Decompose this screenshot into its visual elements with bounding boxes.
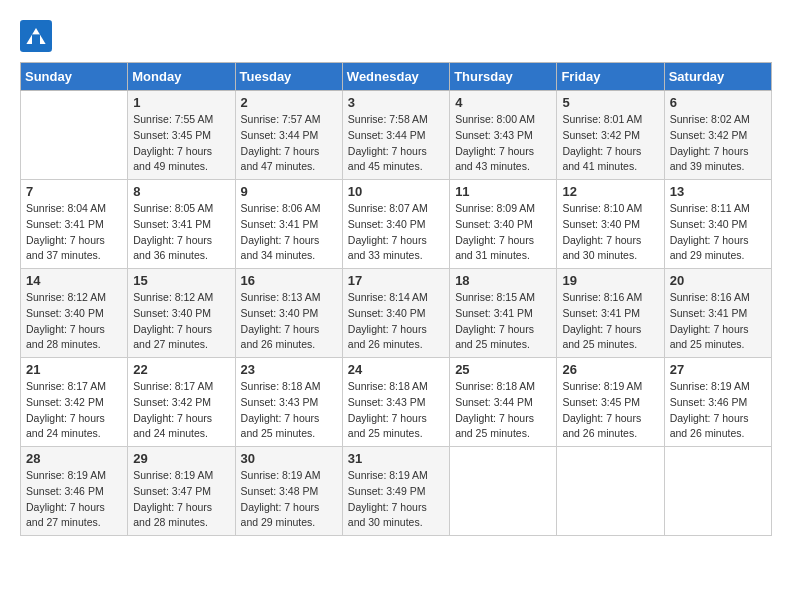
day-number: 12 [562,184,658,199]
calendar-cell: 8Sunrise: 8:05 AM Sunset: 3:41 PM Daylig… [128,180,235,269]
day-number: 31 [348,451,444,466]
calendar-cell: 29Sunrise: 8:19 AM Sunset: 3:47 PM Dayli… [128,447,235,536]
calendar-cell: 18Sunrise: 8:15 AM Sunset: 3:41 PM Dayli… [450,269,557,358]
weekday-header-saturday: Saturday [664,63,771,91]
day-number: 4 [455,95,551,110]
day-info: Sunrise: 7:58 AM Sunset: 3:44 PM Dayligh… [348,112,444,175]
day-number: 17 [348,273,444,288]
calendar-cell: 10Sunrise: 8:07 AM Sunset: 3:40 PM Dayli… [342,180,449,269]
day-info: Sunrise: 8:18 AM Sunset: 3:44 PM Dayligh… [455,379,551,442]
calendar-cell: 5Sunrise: 8:01 AM Sunset: 3:42 PM Daylig… [557,91,664,180]
day-number: 9 [241,184,337,199]
calendar-cell: 1Sunrise: 7:55 AM Sunset: 3:45 PM Daylig… [128,91,235,180]
calendar-cell: 14Sunrise: 8:12 AM Sunset: 3:40 PM Dayli… [21,269,128,358]
day-info: Sunrise: 8:02 AM Sunset: 3:42 PM Dayligh… [670,112,766,175]
day-info: Sunrise: 8:17 AM Sunset: 3:42 PM Dayligh… [133,379,229,442]
day-number: 28 [26,451,122,466]
day-number: 11 [455,184,551,199]
calendar-cell: 2Sunrise: 7:57 AM Sunset: 3:44 PM Daylig… [235,91,342,180]
calendar-cell: 4Sunrise: 8:00 AM Sunset: 3:43 PM Daylig… [450,91,557,180]
day-info: Sunrise: 8:01 AM Sunset: 3:42 PM Dayligh… [562,112,658,175]
calendar-week-row-4: 21Sunrise: 8:17 AM Sunset: 3:42 PM Dayli… [21,358,772,447]
day-info: Sunrise: 8:19 AM Sunset: 3:46 PM Dayligh… [26,468,122,531]
calendar-cell [450,447,557,536]
day-number: 26 [562,362,658,377]
day-info: Sunrise: 8:15 AM Sunset: 3:41 PM Dayligh… [455,290,551,353]
day-number: 10 [348,184,444,199]
weekday-header-friday: Friday [557,63,664,91]
day-info: Sunrise: 8:16 AM Sunset: 3:41 PM Dayligh… [562,290,658,353]
weekday-header-wednesday: Wednesday [342,63,449,91]
day-number: 3 [348,95,444,110]
day-info: Sunrise: 7:57 AM Sunset: 3:44 PM Dayligh… [241,112,337,175]
day-info: Sunrise: 8:07 AM Sunset: 3:40 PM Dayligh… [348,201,444,264]
day-info: Sunrise: 8:12 AM Sunset: 3:40 PM Dayligh… [26,290,122,353]
weekday-header-thursday: Thursday [450,63,557,91]
weekday-header-sunday: Sunday [21,63,128,91]
calendar-cell: 9Sunrise: 8:06 AM Sunset: 3:41 PM Daylig… [235,180,342,269]
day-number: 13 [670,184,766,199]
day-info: Sunrise: 8:10 AM Sunset: 3:40 PM Dayligh… [562,201,658,264]
day-number: 21 [26,362,122,377]
day-info: Sunrise: 8:04 AM Sunset: 3:41 PM Dayligh… [26,201,122,264]
day-number: 6 [670,95,766,110]
day-info: Sunrise: 8:16 AM Sunset: 3:41 PM Dayligh… [670,290,766,353]
calendar-cell: 28Sunrise: 8:19 AM Sunset: 3:46 PM Dayli… [21,447,128,536]
svg-rect-2 [32,34,40,44]
day-number: 2 [241,95,337,110]
calendar-cell: 31Sunrise: 8:19 AM Sunset: 3:49 PM Dayli… [342,447,449,536]
calendar-cell: 25Sunrise: 8:18 AM Sunset: 3:44 PM Dayli… [450,358,557,447]
day-info: Sunrise: 8:06 AM Sunset: 3:41 PM Dayligh… [241,201,337,264]
day-number: 25 [455,362,551,377]
day-number: 1 [133,95,229,110]
day-info: Sunrise: 7:55 AM Sunset: 3:45 PM Dayligh… [133,112,229,175]
calendar-cell: 15Sunrise: 8:12 AM Sunset: 3:40 PM Dayli… [128,269,235,358]
calendar-cell: 23Sunrise: 8:18 AM Sunset: 3:43 PM Dayli… [235,358,342,447]
day-number: 16 [241,273,337,288]
calendar-cell: 21Sunrise: 8:17 AM Sunset: 3:42 PM Dayli… [21,358,128,447]
logo [20,20,58,52]
calendar-cell [557,447,664,536]
day-number: 15 [133,273,229,288]
calendar-cell: 17Sunrise: 8:14 AM Sunset: 3:40 PM Dayli… [342,269,449,358]
weekday-header-tuesday: Tuesday [235,63,342,91]
calendar-cell: 20Sunrise: 8:16 AM Sunset: 3:41 PM Dayli… [664,269,771,358]
calendar-cell: 26Sunrise: 8:19 AM Sunset: 3:45 PM Dayli… [557,358,664,447]
page-header [20,20,772,52]
day-info: Sunrise: 8:19 AM Sunset: 3:46 PM Dayligh… [670,379,766,442]
day-info: Sunrise: 8:19 AM Sunset: 3:47 PM Dayligh… [133,468,229,531]
day-info: Sunrise: 8:00 AM Sunset: 3:43 PM Dayligh… [455,112,551,175]
day-info: Sunrise: 8:09 AM Sunset: 3:40 PM Dayligh… [455,201,551,264]
day-info: Sunrise: 8:19 AM Sunset: 3:48 PM Dayligh… [241,468,337,531]
calendar-week-row-1: 1Sunrise: 7:55 AM Sunset: 3:45 PM Daylig… [21,91,772,180]
day-number: 7 [26,184,122,199]
day-number: 29 [133,451,229,466]
calendar-cell: 6Sunrise: 8:02 AM Sunset: 3:42 PM Daylig… [664,91,771,180]
calendar-cell: 3Sunrise: 7:58 AM Sunset: 3:44 PM Daylig… [342,91,449,180]
calendar-cell: 12Sunrise: 8:10 AM Sunset: 3:40 PM Dayli… [557,180,664,269]
day-info: Sunrise: 8:17 AM Sunset: 3:42 PM Dayligh… [26,379,122,442]
calendar-cell: 24Sunrise: 8:18 AM Sunset: 3:43 PM Dayli… [342,358,449,447]
day-info: Sunrise: 8:18 AM Sunset: 3:43 PM Dayligh… [241,379,337,442]
calendar-cell: 13Sunrise: 8:11 AM Sunset: 3:40 PM Dayli… [664,180,771,269]
calendar-cell: 22Sunrise: 8:17 AM Sunset: 3:42 PM Dayli… [128,358,235,447]
calendar-cell: 19Sunrise: 8:16 AM Sunset: 3:41 PM Dayli… [557,269,664,358]
day-number: 18 [455,273,551,288]
calendar-cell: 16Sunrise: 8:13 AM Sunset: 3:40 PM Dayli… [235,269,342,358]
calendar-cell: 30Sunrise: 8:19 AM Sunset: 3:48 PM Dayli… [235,447,342,536]
calendar-cell: 7Sunrise: 8:04 AM Sunset: 3:41 PM Daylig… [21,180,128,269]
day-number: 14 [26,273,122,288]
day-info: Sunrise: 8:14 AM Sunset: 3:40 PM Dayligh… [348,290,444,353]
calendar-week-row-2: 7Sunrise: 8:04 AM Sunset: 3:41 PM Daylig… [21,180,772,269]
day-number: 20 [670,273,766,288]
calendar-week-row-3: 14Sunrise: 8:12 AM Sunset: 3:40 PM Dayli… [21,269,772,358]
day-number: 30 [241,451,337,466]
day-number: 27 [670,362,766,377]
day-info: Sunrise: 8:19 AM Sunset: 3:45 PM Dayligh… [562,379,658,442]
weekday-header-monday: Monday [128,63,235,91]
day-info: Sunrise: 8:12 AM Sunset: 3:40 PM Dayligh… [133,290,229,353]
calendar-cell: 27Sunrise: 8:19 AM Sunset: 3:46 PM Dayli… [664,358,771,447]
logo-icon [20,20,52,52]
day-number: 19 [562,273,658,288]
day-number: 8 [133,184,229,199]
